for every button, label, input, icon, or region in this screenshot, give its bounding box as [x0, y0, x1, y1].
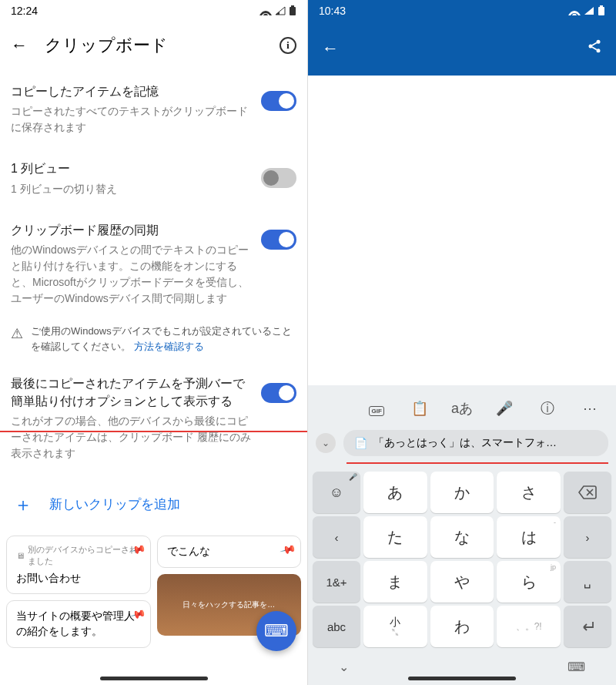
paste-icon: 📄 — [354, 437, 367, 449]
setting-remember-items[interactable]: コピーしたアイテムを記憶 コピーされたすべてのテキストがクリップボードに保存され… — [0, 71, 307, 148]
toggle-switch[interactable] — [261, 168, 296, 188]
clip-text: でこんな — [167, 544, 292, 559]
key-ha[interactable]: は- — [497, 516, 561, 558]
clip-image-caption: 日々をハックする記事を… — [182, 599, 275, 610]
suggestion-text: 「あっとはっく」は、スマートフォ… — [373, 436, 557, 450]
setting-sync-history[interactable]: クリップボード履歴の同期 他のWindowsデバイスとの間でテキストのコピーと貼… — [0, 210, 307, 319]
svg-point-6 — [597, 49, 601, 52]
info-icon[interactable]: i — [280, 37, 296, 54]
svg-point-5 — [589, 45, 593, 49]
clip-card[interactable]: 🖥別のデバイスからコピーされました お問い合わせ 📌 — [6, 536, 151, 594]
toggle-switch[interactable] — [261, 91, 296, 111]
toggle-switch[interactable] — [261, 383, 296, 403]
key-enter[interactable] — [564, 606, 611, 647]
setting-single-column[interactable]: 1 列ビュー 1 列ビューの切り替え — [0, 148, 307, 209]
back-icon[interactable]: ← — [11, 35, 28, 55]
setting-subtitle: コピーされたすべてのテキストがクリップボードに保存されます — [11, 103, 252, 136]
keyboard-mode-icon[interactable]: ⌨ — [567, 660, 585, 674]
app-header: ← — [308, 22, 616, 76]
paste-suggestion-chip[interactable]: 📄 「あっとはっく」は、スマートフォ… — [343, 430, 608, 456]
svg-point-4 — [597, 40, 601, 44]
share-icon[interactable] — [587, 39, 602, 59]
clipboard-icon[interactable]: 📋 — [407, 400, 432, 417]
lang-icon[interactable]: aあ — [450, 399, 474, 418]
keyboard-keys: ☺🎤 あ か さ ‹ た な は- › 1&+ ま や らjp ␣ abc 小〝… — [308, 464, 616, 652]
keyboard-fab[interactable]: ⌨ — [256, 611, 296, 651]
key-abc[interactable]: abc — [313, 606, 360, 647]
toggle-switch[interactable] — [261, 230, 296, 250]
key-sa[interactable]: さ — [497, 472, 561, 513]
status-bar: 10:43 — [308, 0, 616, 22]
nav-pill — [408, 677, 516, 680]
status-icons — [259, 5, 296, 16]
keyboard-area: GIF 📋 aあ 🎤 ⓘ ⋯ ⌄ 📄 「あっとはっく」は、スマートフォ… ☺🎤 … — [308, 385, 616, 685]
key-punct[interactable]: 、。?! — [497, 606, 561, 647]
key-ya[interactable]: や — [430, 561, 494, 603]
chevron-down-icon[interactable]: ⌄ — [316, 433, 336, 453]
gif-icon[interactable]: GIF — [364, 401, 389, 417]
key-symbols[interactable]: 1&+ — [313, 561, 360, 603]
key-right[interactable]: › — [564, 516, 611, 558]
setting-subtitle: 1 列ビューの切り替え — [11, 181, 252, 197]
device-icon: 🖥 — [16, 550, 25, 562]
setting-subtitle: これがオフの場合、他のデバイスから最後にコピーされたアイテムは、クリップボード … — [11, 413, 252, 462]
warning-row: ⚠ ご使用のWindowsデバイスでもこれが設定されていることを確認してください… — [0, 319, 307, 369]
key-space[interactable]: ␣ — [564, 561, 611, 603]
add-clip-label: 新しいクリップを追加 — [49, 495, 180, 513]
clip-card[interactable]: でこんな 📌 — [157, 536, 302, 568]
svg-rect-0 — [290, 7, 296, 15]
key-ta[interactable]: た — [363, 516, 427, 558]
add-clip-button[interactable]: ＋ 新しいクリップを追加 — [0, 474, 307, 536]
chevron-down-icon[interactable]: ⌄ — [339, 660, 349, 674]
status-time: 10:43 — [319, 5, 346, 17]
key-ka[interactable]: か — [430, 472, 494, 513]
key-wa[interactable]: わ — [430, 606, 494, 647]
status-bar: 12:24 — [0, 0, 307, 22]
warning-icon: ⚠ — [11, 324, 23, 354]
key-small[interactable]: 小〝〟 — [363, 606, 427, 647]
key-backspace[interactable] — [564, 472, 611, 513]
svg-rect-2 — [598, 7, 604, 15]
key-left[interactable]: ‹ — [313, 516, 360, 558]
svg-rect-1 — [291, 5, 294, 7]
warning-link[interactable]: 方法を確認する — [134, 341, 204, 352]
app-header: ← クリップボード i — [0, 22, 307, 71]
plus-icon: ＋ — [14, 492, 32, 517]
svg-rect-3 — [600, 5, 603, 7]
page-title: クリップボード — [45, 34, 263, 57]
clip-card[interactable]: 当サイトの概要や管理人の紹介をします。 📌 — [6, 600, 151, 647]
setting-subtitle: 他のWindowsデバイスとの間でテキストのコピーと貼り付けを行います。この機能… — [11, 242, 252, 307]
info-icon[interactable]: ⓘ — [535, 399, 560, 418]
setting-title: 最後にコピーされたアイテムを予測バーで簡単貼り付けオプションとして表示する — [11, 375, 252, 410]
setting-title: コピーしたアイテムを記憶 — [11, 83, 252, 100]
clip-text: 当サイトの概要や管理人の紹介をします。 — [16, 609, 141, 639]
key-a[interactable]: あ — [363, 472, 427, 513]
key-ra[interactable]: らjp — [497, 561, 561, 603]
mic-icon[interactable]: 🎤 — [492, 400, 517, 417]
setting-prediction-bar[interactable]: 最後にコピーされたアイテムを予測バーで簡単貼り付けオプションとして表示する これ… — [0, 369, 307, 474]
key-ma[interactable]: ま — [363, 561, 427, 603]
nav-pill — [100, 677, 208, 680]
more-icon[interactable]: ⋯ — [578, 400, 602, 417]
mic-badge-icon: 🎤 — [349, 473, 357, 481]
suggestion-row: ⌄ 📄 「あっとはっく」は、スマートフォ… — [308, 427, 616, 461]
setting-title: クリップボード履歴の同期 — [11, 222, 252, 239]
keyboard-toolbar: GIF 📋 aあ 🎤 ⓘ ⋯ — [308, 393, 616, 427]
setting-title: 1 列ビュー — [11, 160, 252, 177]
back-icon[interactable]: ← — [322, 39, 339, 59]
key-na[interactable]: な — [430, 516, 494, 558]
status-time: 12:24 — [11, 5, 38, 17]
clip-text: お問い合わせ — [16, 571, 141, 586]
keyboard-icon: ⌨ — [264, 621, 289, 641]
status-icons — [568, 5, 605, 16]
key-emoji[interactable]: ☺🎤 — [313, 472, 360, 513]
